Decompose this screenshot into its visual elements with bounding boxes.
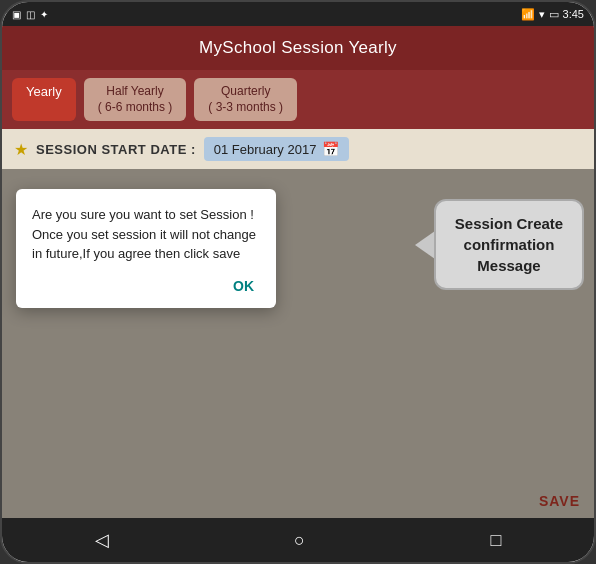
nav-bar: ◁ ○ □	[2, 518, 594, 562]
tab-quarterly[interactable]: Quarterly( 3-3 months )	[194, 78, 297, 121]
tab-bar: Yearly Half Yearly( 6-6 months ) Quarter…	[2, 70, 594, 129]
status-bar: ▣ ◫ ✦ 📶 ▾ ▭ 3:45	[2, 2, 594, 26]
battery-icon: ▭	[549, 8, 559, 21]
dialog-actions: OK	[32, 276, 260, 296]
status-bar-left: ▣ ◫ ✦	[12, 9, 48, 20]
dialog-overlay: Are you sure you want to set Session ! O…	[2, 169, 594, 518]
app-title: MySchool Session Yearly	[199, 38, 397, 58]
status-bar-right: 📶 ▾ ▭ 3:45	[521, 8, 584, 21]
home-button[interactable]: ○	[294, 530, 305, 551]
star-icon: ★	[14, 140, 28, 159]
app-header: MySchool Session Yearly	[2, 26, 594, 70]
tab-yearly[interactable]: Yearly	[12, 78, 76, 121]
callout-wrapper: Session Create confirmation Message	[415, 199, 584, 290]
sim-icon: ◫	[26, 9, 35, 20]
dialog-box: Are you sure you want to set Session ! O…	[16, 189, 276, 308]
recent-button[interactable]: □	[490, 530, 501, 551]
signal-icon: ▣	[12, 9, 21, 20]
extra-icon: ✦	[40, 9, 48, 20]
session-start-label: SESSION START DATE :	[36, 142, 196, 157]
signal-strength-icon: 📶	[521, 8, 535, 21]
callout-box: Session Create confirmation Message	[434, 199, 584, 290]
tab-half-yearly[interactable]: Half Yearly( 6-6 months )	[84, 78, 187, 121]
callout-text: Session Create confirmation Message	[455, 215, 563, 274]
session-date-value: 01 February 2017	[214, 142, 317, 157]
phone-frame: ▣ ◫ ✦ 📶 ▾ ▭ 3:45 MySchool Session Yearly…	[0, 0, 596, 564]
dialog-ok-button[interactable]: OK	[227, 276, 260, 296]
wifi-icon: ▾	[539, 8, 545, 21]
dialog-message: Are you sure you want to set Session ! O…	[32, 205, 260, 264]
clock: 3:45	[563, 8, 584, 20]
main-content: Session : 2018-2019 START : 01-02-2018 E…	[2, 169, 594, 518]
session-start-row: ★ SESSION START DATE : 01 February 2017 …	[2, 129, 594, 169]
calendar-icon: 📅	[322, 141, 339, 157]
session-date-box[interactable]: 01 February 2017 📅	[204, 137, 350, 161]
callout-arrow-icon	[415, 231, 435, 259]
back-button[interactable]: ◁	[95, 529, 109, 551]
